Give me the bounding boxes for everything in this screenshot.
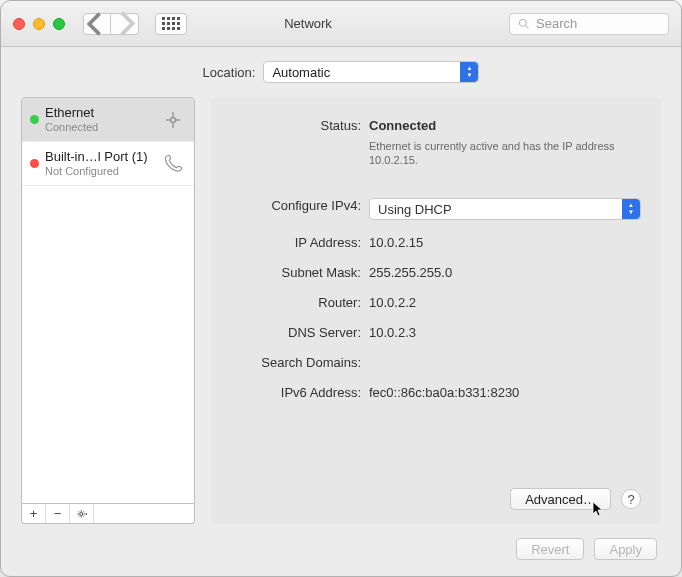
status-label: Status: — [231, 115, 361, 133]
svg-line-9 — [82, 515, 83, 516]
zoom-window-button[interactable] — [53, 18, 65, 30]
service-text: Built-in…l Port (1) Not Configured — [45, 150, 154, 178]
apply-button-label: Apply — [609, 542, 642, 557]
svg-point-2 — [171, 117, 176, 122]
location-row: Location: Automatic — [1, 47, 681, 97]
gear-icon — [76, 508, 88, 520]
detail-panel: Status: Connected Ethernet is currently … — [211, 97, 661, 524]
subnet-value: 255.255.255.0 — [369, 262, 641, 280]
sidebar-toolbar: + − — [21, 504, 195, 524]
revert-button[interactable]: Revert — [516, 538, 584, 560]
ethernet-icon — [160, 107, 186, 133]
search-placeholder: Search — [536, 16, 577, 31]
service-serial-port[interactable]: Built-in…l Port (1) Not Configured — [22, 142, 194, 186]
ipaddr-value: 10.0.2.15 — [369, 232, 641, 250]
service-ethernet[interactable]: Ethernet Connected — [22, 98, 194, 142]
chevron-updown-icon — [622, 199, 640, 219]
remove-service-button[interactable]: − — [46, 504, 70, 523]
status-dot-icon — [30, 115, 39, 124]
detail-rows: Status: Connected Ethernet is currently … — [231, 115, 641, 400]
dns-value: 10.0.2.3 — [369, 322, 641, 340]
svg-line-10 — [78, 515, 79, 516]
ipv4-row: Configure IPv4: Using DHCP — [231, 195, 641, 220]
status-description: Ethernet is currently active and has the… — [369, 139, 619, 167]
revert-button-label: Revert — [531, 542, 569, 557]
window-title: Network — [117, 16, 499, 31]
content-area: Ethernet Connected Built-in…l Port (1) N… — [1, 97, 681, 538]
location-select[interactable]: Automatic — [263, 61, 479, 83]
chevron-updown-icon — [460, 62, 478, 82]
dns-row: DNS Server: 10.0.2.3 — [231, 322, 641, 340]
status-row: Status: Connected Ethernet is currently … — [231, 115, 641, 167]
service-name: Ethernet — [45, 106, 154, 120]
service-status: Connected — [45, 120, 154, 134]
titlebar: Network Search — [1, 1, 681, 47]
window-controls — [13, 18, 65, 30]
ipaddr-label: IP Address: — [231, 232, 361, 250]
close-window-button[interactable] — [13, 18, 25, 30]
network-preferences-window: Network Search Location: Automatic Ether… — [0, 0, 682, 577]
phone-icon — [160, 151, 186, 177]
service-status: Not Configured — [45, 164, 154, 178]
ipv4-label: Configure IPv4: — [231, 195, 361, 213]
dns-label: DNS Server: — [231, 322, 361, 340]
advanced-row: Advanced… ? — [231, 478, 641, 510]
status-dot-icon — [30, 159, 39, 168]
configure-ipv4-select[interactable]: Using DHCP — [369, 198, 641, 220]
service-sidebar: Ethernet Connected Built-in…l Port (1) N… — [21, 97, 195, 524]
search-domains-label: Search Domains: — [231, 352, 361, 370]
search-icon — [518, 18, 530, 30]
subnet-row: Subnet Mask: 255.255.255.0 — [231, 262, 641, 280]
footer-buttons: Revert Apply — [1, 538, 681, 576]
ipv6-value: fec0::86c:ba0a:b331:8230 — [369, 382, 641, 400]
back-button[interactable] — [83, 13, 111, 35]
add-service-button[interactable]: + — [22, 504, 46, 523]
service-name: Built-in…l Port (1) — [45, 150, 154, 164]
router-value: 10.0.2.2 — [369, 292, 641, 310]
search-field[interactable]: Search — [509, 13, 669, 35]
svg-point-0 — [520, 19, 527, 26]
advanced-button[interactable]: Advanced… — [510, 488, 611, 510]
help-button[interactable]: ? — [621, 489, 641, 509]
minimize-window-button[interactable] — [33, 18, 45, 30]
router-row: Router: 10.0.2.2 — [231, 292, 641, 310]
location-value: Automatic — [272, 65, 330, 80]
ipaddr-row: IP Address: 10.0.2.15 — [231, 232, 641, 250]
service-list: Ethernet Connected Built-in…l Port (1) N… — [21, 97, 195, 504]
apply-button[interactable]: Apply — [594, 538, 657, 560]
ipv6-row: IPv6 Address: fec0::86c:ba0a:b331:8230 — [231, 382, 641, 400]
subnet-label: Subnet Mask: — [231, 262, 361, 280]
router-label: Router: — [231, 292, 361, 310]
svg-point-3 — [79, 512, 82, 515]
location-label: Location: — [203, 65, 256, 80]
ipv6-label: IPv6 Address: — [231, 382, 361, 400]
svg-line-1 — [526, 25, 529, 28]
svg-line-8 — [78, 511, 79, 512]
ipv4-value: Using DHCP — [378, 202, 452, 217]
advanced-button-label: Advanced… — [525, 492, 596, 507]
service-actions-button[interactable] — [70, 504, 94, 523]
search-domains-row: Search Domains: — [231, 352, 641, 370]
status-value: Connected — [369, 118, 641, 133]
service-text: Ethernet Connected — [45, 106, 154, 134]
svg-line-11 — [82, 511, 83, 512]
search-domains-value — [369, 352, 641, 355]
